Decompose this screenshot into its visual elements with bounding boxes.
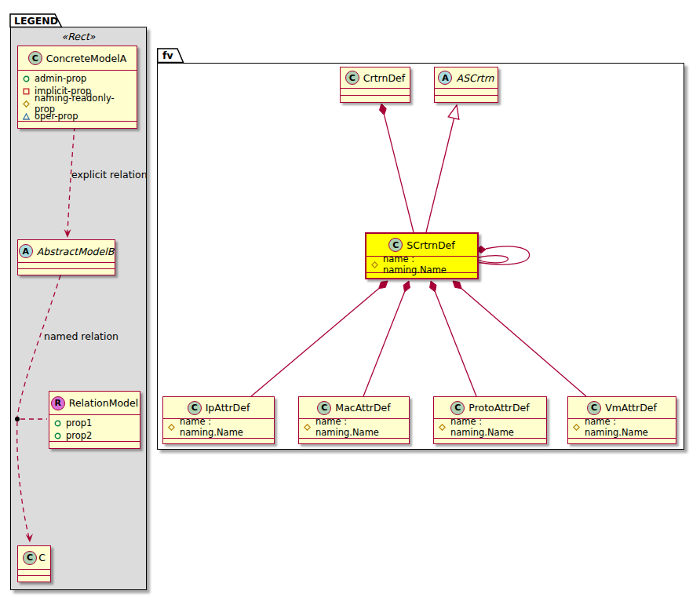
empty-compartment — [435, 95, 498, 102]
class-spot-icon: C — [28, 51, 42, 65]
attribute-compartment: admin-prop implicit-prop naming-readonly… — [18, 70, 137, 121]
property-row: prop1 — [54, 417, 135, 429]
class-relationmodel: R RelationModel prop1 prop2 — [49, 391, 140, 449]
spot-letter: C — [27, 553, 33, 562]
property-label: admin-prop — [35, 73, 86, 84]
class-spot-icon: A — [19, 244, 33, 258]
property-label: oper-prop — [35, 111, 78, 122]
attribute-compartment: name : naming.Name — [568, 418, 676, 438]
class-spot-icon: C — [450, 401, 465, 415]
diamond-prop-icon — [168, 424, 175, 431]
circle-prop-icon — [23, 75, 30, 82]
attribute-row: name : naming.Name — [573, 421, 671, 433]
empty-compartment — [18, 121, 137, 128]
attribute-label: name : naming.Name — [315, 416, 404, 438]
class-spot-icon: C — [188, 401, 202, 415]
class-name: ASCrtrn — [456, 72, 494, 84]
spot-letter: C — [32, 54, 38, 63]
spot-letter: C — [591, 403, 597, 412]
class-spot-icon: C — [388, 238, 403, 252]
spot-letter: C — [454, 403, 461, 412]
class-ascrtrn: A ASCrtrn — [434, 67, 498, 103]
diamond-prop-icon — [573, 424, 580, 431]
property-label: prop2 — [66, 430, 92, 441]
attribute-label: name : naming.Name — [180, 416, 269, 438]
triangle-prop-icon — [23, 113, 30, 120]
spot-letter: C — [392, 241, 399, 250]
circle-prop-icon — [54, 432, 61, 439]
class-name: C — [38, 552, 46, 563]
class-c: C C — [17, 545, 51, 582]
property-row: admin-prop — [23, 72, 132, 85]
class-spot-icon: C — [317, 401, 331, 415]
class-spot-icon: C — [23, 551, 37, 565]
class-spot-icon: R — [51, 396, 65, 410]
property-row: prop2 — [54, 429, 135, 442]
attribute-row: name : naming.Name — [168, 421, 269, 433]
empty-compartment — [49, 441, 140, 448]
class-spot-icon: C — [345, 71, 359, 85]
attribute-compartment: name : naming.Name — [299, 418, 409, 438]
legend-tab-label: LEGEND — [14, 16, 58, 27]
spot-letter: A — [442, 74, 449, 82]
explicit-relation-label: explicit relation — [71, 169, 148, 180]
square-prop-icon — [23, 88, 30, 95]
fv-tab-label: fv — [162, 50, 173, 61]
legend-stereotype: «Rect» — [10, 31, 147, 42]
diamond-prop-icon — [371, 261, 378, 268]
spot-letter: R — [55, 399, 61, 407]
attribute-row: name : naming.Name — [304, 421, 404, 433]
attribute-compartment: name : naming.Name — [163, 418, 274, 438]
empty-compartment — [18, 575, 50, 582]
class-name: SCrtrnDef — [407, 239, 454, 251]
diamond-prop-icon — [304, 424, 311, 431]
class-name: ProtoAttrDef — [468, 402, 529, 414]
class-name: ConcreteModelA — [46, 53, 126, 64]
empty-compartment — [18, 268, 115, 275]
empty-compartment — [341, 95, 410, 102]
class-name: RelationModel — [69, 397, 138, 409]
spot-letter: C — [349, 74, 355, 82]
circle-prop-icon — [54, 420, 61, 427]
class-name: VmAttrDef — [605, 402, 657, 414]
spot-letter: A — [22, 247, 29, 256]
class-macattrdef: C MacAttrDef name : naming.Name — [298, 396, 410, 444]
class-name: IpAttrDef — [206, 402, 250, 414]
class-concretemodela: C ConcreteModelA admin-prop implicit-pro… — [17, 46, 137, 129]
attribute-label: name : naming.Name — [383, 253, 472, 275]
class-protoattrdef: C ProtoAttrDef name : naming.Name — [433, 396, 547, 444]
named-relation-label: named relation — [44, 330, 118, 342]
class-vmattrdef: C VmAttrDef name : naming.Name — [567, 396, 676, 444]
attribute-compartment: name : naming.Name — [366, 256, 477, 272]
empty-compartment — [435, 88, 498, 95]
class-spot-icon: A — [438, 71, 452, 85]
attribute-compartment: name : naming.Name — [434, 418, 546, 438]
property-label: prop1 — [66, 418, 92, 428]
empty-compartment — [18, 569, 50, 575]
class-name: CrtrnDef — [363, 72, 405, 84]
class-abstractmodelb: A AbstractModelB — [17, 239, 115, 275]
diagram-canvas: LEGEND fv «Rect» C ConcreteModelA admin-… — [0, 0, 700, 598]
class-ipattrdef: C IpAttrDef name : naming.Name — [162, 396, 275, 444]
class-crtrndef: C CrtrnDef — [340, 67, 410, 103]
class-scrtrndef: C SCrtrnDef name : naming.Name — [365, 232, 479, 279]
diamond-prop-icon — [439, 424, 446, 431]
spot-letter: C — [321, 403, 327, 412]
spot-letter: C — [191, 403, 198, 412]
attribute-row: name : naming.Name — [371, 258, 472, 271]
attribute-compartment: prop1 prop2 — [49, 414, 140, 441]
empty-compartment — [18, 262, 115, 268]
empty-compartment — [299, 438, 409, 443]
class-name: MacAttrDef — [335, 402, 390, 414]
empty-compartment — [341, 88, 410, 95]
property-row: naming-readonly-prop — [23, 97, 132, 110]
attribute-label: name : naming.Name — [585, 416, 671, 438]
attribute-label: name : naming.Name — [450, 416, 541, 438]
attribute-row: name : naming.Name — [439, 421, 541, 433]
empty-compartment — [434, 438, 546, 443]
empty-compartment — [568, 438, 676, 443]
diamond-prop-icon — [23, 100, 30, 108]
class-name: AbstractModelB — [37, 246, 115, 257]
empty-compartment — [163, 438, 274, 443]
class-spot-icon: C — [587, 401, 601, 415]
